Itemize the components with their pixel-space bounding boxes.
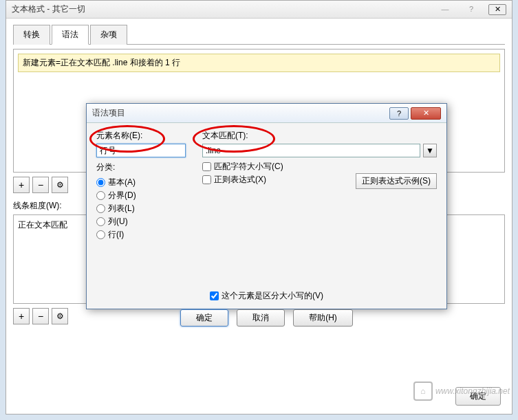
category-label: 分类: xyxy=(96,162,186,173)
dialog-ok-button[interactable]: 确定 xyxy=(180,309,228,327)
tab-strip: 转换 语法 杂项 xyxy=(13,24,505,45)
tab-syntax[interactable]: 语法 xyxy=(52,25,89,45)
dialog-body: 元素名称(E): 分类: 基本(A) 分界(D) 列表(L) 列(U) 行(I)… xyxy=(87,123,446,333)
dialog-cancel-button[interactable]: 取消 xyxy=(237,309,285,327)
text-match-input[interactable] xyxy=(202,144,420,157)
remove-button-2[interactable]: − xyxy=(32,308,49,324)
minimize-button[interactable]: — xyxy=(436,4,454,15)
text-match-dropdown[interactable]: ▼ xyxy=(423,144,437,157)
category-radio-group: 基本(A) 分界(D) 列表(L) 列(U) 行(I) xyxy=(96,176,186,241)
tab-convert[interactable]: 转换 xyxy=(13,25,50,45)
window-controls: — ? ✕ xyxy=(436,4,506,15)
radio-column[interactable]: 列(U) xyxy=(96,215,186,228)
tab-misc[interactable]: 杂项 xyxy=(90,25,127,45)
add-button-2[interactable]: + xyxy=(13,308,30,324)
gear-icon: ⚙ xyxy=(56,180,64,190)
radio-row[interactable]: 行(I) xyxy=(96,228,186,241)
main-ok-button[interactable]: 确定 xyxy=(455,387,501,406)
settings-button[interactable]: ⚙ xyxy=(52,177,68,193)
element-name-input[interactable] xyxy=(96,144,186,157)
help-button[interactable]: ? xyxy=(462,4,480,15)
element-name-label: 元素名称(E): xyxy=(96,130,186,142)
footer: 确定 xyxy=(455,387,501,406)
close-button[interactable]: ✕ xyxy=(488,4,506,15)
remove-button[interactable]: − xyxy=(32,177,49,193)
dialog-title: 语法项目 xyxy=(92,107,125,119)
main-title: 文本格式 - 其它一切 xyxy=(12,3,85,15)
radio-list[interactable]: 列表(L) xyxy=(96,202,186,215)
dialog-titlebar: 语法项目 ? ✕ xyxy=(87,104,446,123)
radio-basic[interactable]: 基本(A) xyxy=(96,176,186,189)
chevron-down-icon: ▼ xyxy=(426,146,434,155)
case-sensitive-checkbox[interactable]: 这个元素是区分大小写的(V) xyxy=(210,289,323,302)
radio-boundary[interactable]: 分界(D) xyxy=(96,189,186,202)
dialog-help-button-bottom[interactable]: 帮助(H) xyxy=(293,309,353,327)
syntax-item-dialog: 语法项目 ? ✕ 元素名称(E): 分类: 基本(A) 分界(D) 列表(L) … xyxy=(86,103,447,309)
element-list-row[interactable]: 新建元素=正在文本匹配 .line 和接着的 1 行 xyxy=(18,54,500,72)
dialog-close-button[interactable]: ✕ xyxy=(411,107,441,120)
dialog-window-controls: ? ✕ xyxy=(389,107,441,120)
regex-checkbox[interactable]: 正则表达式(X) xyxy=(202,173,266,186)
gear-icon: ⚙ xyxy=(56,311,64,321)
add-button[interactable]: + xyxy=(13,177,30,193)
settings-button-2[interactable]: ⚙ xyxy=(52,308,68,324)
text-match-label: 文本匹配(T): xyxy=(202,130,437,142)
case-sensitive-row: 这个元素是区分大小写的(V) xyxy=(96,289,437,302)
dialog-help-button[interactable]: ? xyxy=(389,107,409,120)
regex-example-button[interactable]: 正则表达式示例(S) xyxy=(356,173,437,189)
main-titlebar: 文本格式 - 其它一切 — ? ✕ xyxy=(6,1,512,19)
match-case-checkbox[interactable]: 匹配字符大小写(C) xyxy=(202,160,437,173)
dialog-button-row: 确定 取消 帮助(H) xyxy=(96,309,437,327)
